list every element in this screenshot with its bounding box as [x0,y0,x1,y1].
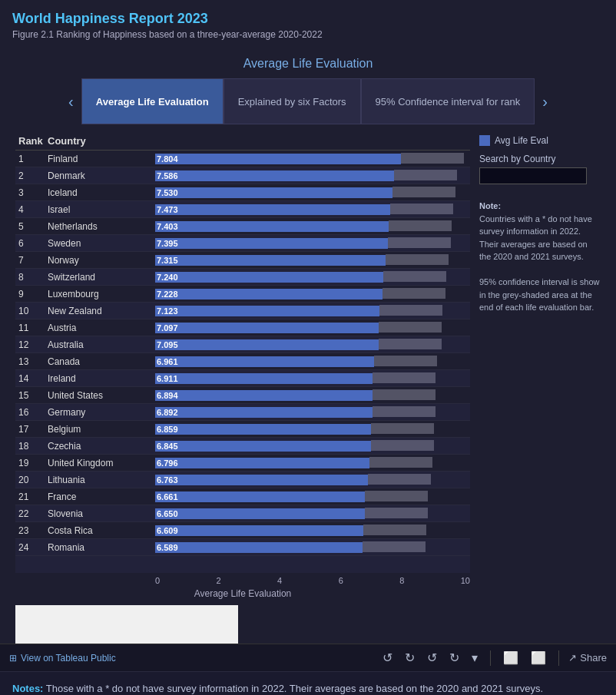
confidence-interval [363,541,426,552]
confidence-interval [373,406,436,417]
bar-value: 7.097 [157,323,178,333]
country-cell: Netherlands [48,221,155,232]
share-label: Share [580,652,607,664]
x-axis-label: Average Life Evaluation [15,587,470,605]
bar-cell: 7.586 [155,167,470,184]
country-cell: Sweden [48,238,155,249]
bar-fill: 7.395 [155,238,388,249]
bar-cell: 7.804 [155,151,470,167]
fullscreen-button[interactable]: ⬜ [528,649,549,667]
toolbar-icons: ↺ ↻ ↺ ↻ ▾ ⬜ ⬜ ↗ Share [379,649,607,667]
bar-cell: 6.911 [155,370,470,387]
country-cell: Denmark [48,170,155,181]
country-cell: Switzerland [48,272,155,283]
bar-value: 7.095 [157,340,178,349]
bar-cell: 7.240 [155,269,470,286]
tab-navigation: ‹ Average Life Evaluation Explained by s… [8,78,608,124]
bottom-empty-area [15,605,238,644]
chart-title: Average Life Evaluation [8,46,608,78]
rank-cell: 16 [15,407,48,418]
dropdown-button[interactable]: ▾ [469,649,481,667]
country-cell: Luxembourg [48,289,155,300]
bar-fill: 7.315 [155,255,386,266]
bar-value: 7.395 [157,239,178,248]
undo-button[interactable]: ↺ [379,649,396,667]
rank-cell: 10 [15,306,48,316]
confidence-interval [383,288,445,299]
bar-value: 7.315 [157,256,178,265]
reset-button[interactable]: ↺ [424,649,440,667]
search-input[interactable] [479,167,587,184]
bar-value: 7.804 [157,154,178,164]
rank-cell: 5 [15,221,48,232]
rank-cell: 22 [15,508,48,519]
table-row: 20Lithuania6.763 [15,472,470,488]
bar-value: 6.911 [157,374,178,383]
confidence-interval [369,457,432,468]
tab-next-arrow[interactable]: › [535,78,555,124]
rank-cell: 24 [15,542,48,553]
country-cell: Costa Rica [48,525,155,536]
tab-explained[interactable]: Explained by six Factors [224,78,361,124]
table-row: 10New Zealand7.123 [15,303,470,319]
table-row: 24Romania6.589 [15,539,470,556]
bar-value: 7.586 [157,171,178,180]
rank-cell: 12 [15,339,48,350]
header: World Happiness Report 2023 Figure 2.1 R… [0,0,616,46]
x-tick-0: 0 [155,576,160,585]
bar-fill: 7.473 [155,204,390,215]
bar-fill: 6.961 [155,356,374,367]
search-label: Search by Country [479,154,601,164]
bar-fill: 6.650 [155,508,365,519]
rank-cell: 20 [15,475,48,485]
note-title: Note: [479,201,501,210]
bar-value: 6.961 [157,357,178,366]
tab-confidence[interactable]: 95% Confidence interval for rank [361,78,535,124]
table-row: 5Netherlands7.403 [15,218,470,235]
table-row: 8Switzerland7.240 [15,269,470,286]
table-chart-area: Rank Country 1Finland7.8042Denmark7.5863… [15,132,470,644]
table-row: 1Finland7.804 [15,151,470,167]
bar-cell: 7.228 [155,286,470,303]
bar-value: 6.796 [157,458,178,468]
bar-value: 7.473 [157,205,178,214]
bar-value: 6.892 [157,408,178,417]
table-row: 2Denmark7.586 [15,167,470,184]
content-area: Rank Country 1Finland7.8042Denmark7.5863… [8,132,608,644]
tab-prev-arrow[interactable]: ‹ [61,78,81,124]
forward-button[interactable]: ↻ [446,649,462,667]
confidence-interval [383,271,446,282]
toolbar-divider2 [558,650,559,666]
country-cell: Israel [48,204,155,215]
table-row: 23Costa Rica6.609 [15,522,470,539]
bar-cell: 6.894 [155,387,470,404]
table-row: 15United States6.894 [15,387,470,404]
bar-fill: 7.804 [155,154,401,164]
confidence-interval [401,153,464,164]
rank-cell: 1 [15,154,48,164]
bar-cell: 6.763 [155,472,470,488]
bar-value: 6.650 [157,509,178,518]
bar-cell: 7.403 [155,218,470,235]
rank-cell: 21 [15,491,48,502]
country-cell: Iceland [48,187,155,198]
bar-value: 6.894 [157,391,178,400]
view-tableau-link[interactable]: ⊞ View on Tableau Public [9,653,116,664]
rank-cell: 11 [15,323,48,333]
confidence-interval [365,491,428,501]
bar-fill: 7.530 [155,187,392,198]
table-row: 9Luxembourg7.228 [15,286,470,303]
bar-cell: 6.961 [155,353,470,370]
bar-fill: 6.609 [155,525,363,536]
bar-value: 6.763 [157,475,178,485]
country-cell: Lithuania [48,475,155,485]
redo-button[interactable]: ↻ [402,649,418,667]
download-button[interactable]: ⬜ [500,649,522,667]
table-row: 18Czechia6.845 [15,438,470,455]
chart-section: Average Life Evaluation ‹ Average Life E… [0,46,616,644]
table-row: 4Israel7.473 [15,201,470,218]
country-cell: Australia [48,339,155,350]
tab-avg-life[interactable]: Average Life Evaluation [81,78,224,124]
bar-cell: 6.650 [155,505,470,522]
share-button[interactable]: ↗ Share [568,652,607,664]
